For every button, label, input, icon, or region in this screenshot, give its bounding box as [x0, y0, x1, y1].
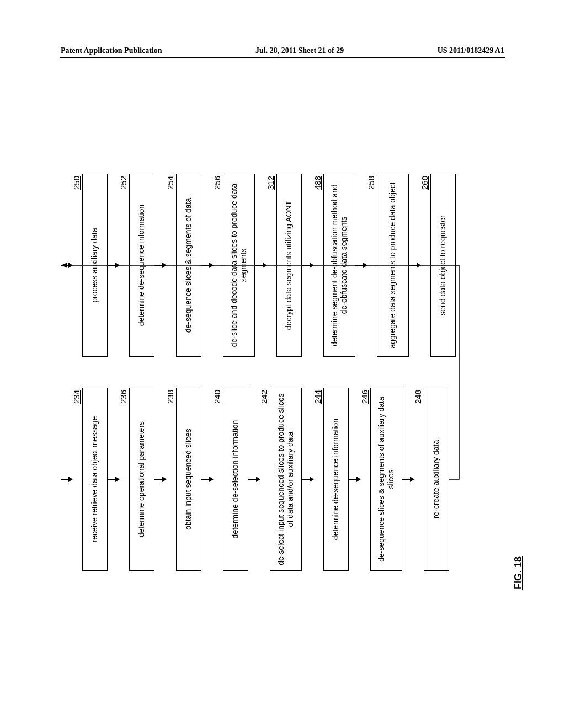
flow-step: 312decrypt data segments utilizing AONT	[266, 174, 302, 357]
flow-step: 248re-create auxiliary data	[413, 388, 449, 571]
arrow-down-icon	[349, 388, 361, 571]
arrow-down-icon	[108, 388, 120, 571]
header-left: Patent Application Publication	[61, 46, 162, 55]
step-box: obtain input sequenced slices	[176, 388, 201, 571]
step-number: 246	[360, 390, 369, 404]
arrow-down-icon	[302, 174, 314, 357]
flow-step: 252determine de-sequence information	[119, 174, 154, 357]
step-number: 236	[119, 390, 128, 404]
step-box: aggregate data segments to produce data …	[377, 174, 409, 357]
arrow-down-icon	[409, 174, 421, 357]
step-box: determine segment de-obfuscation method …	[323, 174, 355, 357]
step-box: determine de-sequence information	[323, 388, 349, 571]
flow-step: 488determine segment de-obfuscation meth…	[313, 174, 355, 357]
flowchart-columns: 234receive retrieve data object message2…	[61, 174, 456, 571]
arrow-down-icon	[402, 388, 414, 571]
step-number: 234	[72, 390, 81, 404]
step-box: de-slice and decode data slices to produ…	[223, 174, 255, 357]
step-box: re-create auxiliary data	[424, 388, 449, 571]
header-rule	[60, 57, 505, 58]
flowchart: 234receive retrieve data object message2…	[61, 174, 524, 571]
flow-step: 236determine operational parameters	[119, 388, 154, 571]
flow-step: 256de-slice and decode data slices to pr…	[212, 174, 255, 357]
step-number: 242	[259, 390, 269, 404]
step-number: 250	[72, 176, 81, 190]
step-box: determine de-sequence information	[129, 174, 154, 357]
page-header: Patent Application Publication Jul. 28, …	[61, 46, 504, 55]
arrow-down-icon	[108, 174, 120, 357]
step-number: 312	[266, 176, 275, 190]
step-box: send data object to requester	[430, 174, 456, 357]
arrow-down-icon	[302, 388, 314, 571]
arrow-down-icon	[255, 174, 267, 357]
step-box: de-sequence slices & segments of data	[176, 174, 201, 357]
step-box: receive retrieve data object message	[82, 388, 108, 571]
flow-step: 240determine de-selection information	[212, 388, 248, 571]
flow-step: 242de-select input sequenced slices to p…	[259, 388, 302, 571]
step-box: decrypt data segments utilizing AONT	[276, 174, 302, 357]
arrow-down-icon	[248, 388, 260, 571]
flow-step: 260send data object to requester	[420, 174, 456, 357]
step-number: 248	[413, 390, 423, 404]
step-box: determine de-selection information	[223, 388, 248, 571]
step-box: de-sequence slices & segments of auxilia…	[370, 388, 402, 571]
step-number: 252	[119, 176, 128, 190]
flow-step: 250process auxiliary data	[72, 174, 108, 357]
step-number: 244	[313, 390, 322, 404]
flow-step: 254de-sequence slices & segments of data	[166, 174, 201, 357]
step-number: 238	[166, 390, 175, 404]
figure-label: FIG. 18	[513, 556, 524, 590]
step-number: 256	[212, 176, 222, 190]
step-number: 488	[313, 176, 322, 190]
flow-step: 244determine de-sequence information	[313, 388, 349, 571]
arrow-down-icon	[61, 174, 73, 357]
step-number: 254	[166, 176, 175, 190]
flow-step: 246de-sequence slices & segments of auxi…	[360, 388, 402, 571]
step-box: process auxiliary data	[82, 174, 108, 357]
header-right: US 2011/0182429 A1	[438, 46, 504, 55]
step-box: determine operational parameters	[129, 388, 154, 571]
step-number: 240	[212, 390, 222, 404]
arrow-down-icon	[154, 174, 167, 357]
arrow-down-icon	[201, 388, 214, 571]
flowchart-column-right: 250process auxiliary data252determine de…	[61, 174, 456, 357]
arrow-down-icon	[154, 388, 167, 571]
step-number: 258	[366, 176, 376, 190]
step-number: 260	[420, 176, 429, 190]
flow-step: 234receive retrieve data object message	[72, 388, 108, 571]
arrow-down-icon	[355, 174, 367, 357]
arrow-down-icon	[61, 388, 73, 571]
header-center: Jul. 28, 2011 Sheet 21 of 29	[255, 46, 344, 55]
arrow-down-icon	[201, 174, 214, 357]
flow-step: 238obtain input sequenced slices	[166, 388, 201, 571]
flowchart-column-left: 234receive retrieve data object message2…	[61, 388, 456, 571]
step-box: de-select input sequenced slices to prod…	[270, 388, 302, 571]
flow-step: 258aggregate data segments to produce da…	[366, 174, 409, 357]
